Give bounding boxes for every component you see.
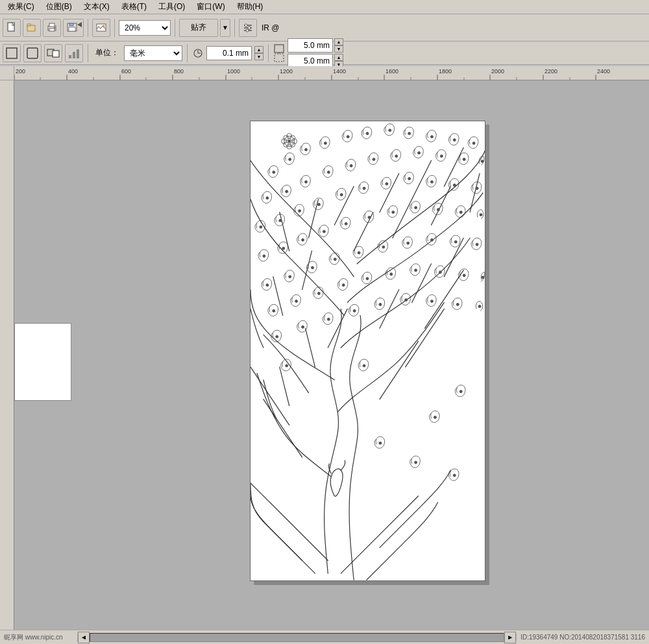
svg-point-152: [478, 305, 481, 307]
svg-point-116: [323, 230, 325, 233]
svg-point-120: [415, 206, 417, 209]
menu-window[interactable]: 窗口(W): [191, 0, 230, 14]
chart-button[interactable]: [65, 44, 83, 62]
svg-point-84: [347, 136, 349, 138]
svg-point-108: [386, 182, 388, 185]
snap-dropdown[interactable]: ▼: [220, 19, 230, 37]
svg-point-12: [103, 25, 105, 27]
menu-table[interactable]: 表格(T): [116, 0, 152, 14]
svg-point-95: [350, 165, 352, 167]
scroll-left-btn[interactable]: ◄: [78, 632, 90, 643]
svg-point-98: [418, 152, 421, 154]
dim1-down[interactable]: ▼: [334, 45, 343, 53]
svg-point-144: [276, 335, 278, 338]
svg-point-16: [245, 24, 247, 27]
save-button[interactable]: [63, 19, 84, 37]
svg-point-111: [453, 184, 456, 186]
svg-point-92: [286, 190, 288, 193]
svg-point-105: [317, 203, 320, 206]
svg-rect-24: [73, 52, 75, 58]
svg-point-113: [263, 255, 265, 257]
scroll-right-btn[interactable]: ►: [504, 632, 516, 643]
svg-point-90: [472, 142, 475, 145]
new-button[interactable]: [3, 19, 21, 37]
svg-point-135: [295, 300, 298, 302]
svg-point-86: [389, 129, 391, 132]
toolbar-sep-2: [114, 19, 115, 37]
step-spinner[interactable]: ▲ ▼: [254, 46, 263, 60]
options-button[interactable]: [239, 19, 257, 37]
step-input[interactable]: [206, 46, 252, 60]
svg-point-104: [299, 209, 301, 212]
svg-rect-30: [275, 54, 284, 62]
menu-help[interactable]: 帮助(H): [232, 0, 269, 14]
step-down[interactable]: ▼: [254, 53, 263, 60]
menu-effect[interactable]: 效果(C): [3, 0, 40, 14]
svg-point-109: [408, 177, 411, 180]
unit-label: 单位：: [93, 47, 121, 58]
svg-text:1000: 1000: [227, 69, 240, 75]
unit-select[interactable]: 毫米 厘米 英寸 像素: [124, 45, 182, 61]
svg-rect-29: [275, 45, 284, 53]
print-button[interactable]: [43, 19, 61, 37]
group-button[interactable]: [44, 44, 62, 62]
image-button[interactable]: [92, 19, 110, 37]
snap-button[interactable]: 贴齐: [179, 19, 218, 37]
svg-point-101: [481, 160, 484, 163]
svg-point-124: [266, 284, 269, 287]
svg-point-156: [415, 461, 417, 464]
svg-text:600: 600: [121, 69, 131, 75]
svg-text:400: 400: [68, 69, 78, 75]
ruler-vertical: [0, 80, 14, 630]
dim1-input[interactable]: [288, 38, 333, 53]
menu-text[interactable]: 文本(X): [79, 0, 115, 14]
svg-rect-4: [49, 23, 55, 27]
svg-point-125: [289, 276, 291, 278]
svg-point-138: [366, 278, 369, 280]
svg-rect-8: [69, 27, 75, 31]
svg-rect-23: [69, 55, 71, 58]
toolbar2-sep-2: [187, 44, 188, 62]
svg-rect-25: [77, 49, 79, 58]
svg-point-149: [405, 298, 408, 301]
svg-point-130: [407, 242, 410, 244]
svg-point-145: [302, 326, 304, 328]
dim1-up[interactable]: ▲: [334, 38, 343, 45]
zoom-select[interactable]: 10% 20% 30% 50% 75% 100% 150% 200%: [119, 20, 171, 36]
svg-point-93: [305, 180, 308, 183]
toolbar2-sep-1: [88, 44, 88, 62]
dim2-up[interactable]: ▲: [334, 54, 343, 61]
page-fragment: [14, 323, 71, 401]
rect-filled-button[interactable]: [23, 44, 42, 62]
canvas-area[interactable]: [14, 80, 649, 630]
svg-point-159: [286, 364, 288, 367]
svg-point-121: [437, 208, 439, 211]
dim-icon: [273, 43, 285, 64]
svg-point-102: [260, 226, 262, 228]
artwork-svg: [251, 121, 485, 580]
dim1-spinner[interactable]: ▲ ▼: [334, 38, 343, 53]
rect-outline-button[interactable]: [3, 44, 21, 62]
svg-point-127: [334, 258, 336, 261]
scrollbar-area: ◄ ►: [78, 632, 516, 643]
svg-point-103: [279, 219, 282, 222]
svg-point-115: [302, 239, 304, 241]
svg-text:1200: 1200: [280, 69, 293, 75]
svg-point-117: [345, 222, 347, 225]
svg-text:1800: 1800: [439, 69, 452, 75]
open-button[interactable]: [23, 19, 41, 37]
svg-text:2200: 2200: [545, 69, 557, 75]
menu-tools[interactable]: 工具(O): [153, 0, 190, 14]
svg-point-18: [246, 29, 249, 32]
drawing-page[interactable]: [250, 121, 485, 581]
step-up[interactable]: ▲: [254, 46, 263, 53]
svg-rect-22: [53, 51, 59, 57]
svg-point-143: [482, 276, 484, 279]
svg-point-88: [430, 136, 433, 138]
menu-bitmap[interactable]: 位图(B): [41, 0, 77, 14]
svg-point-83: [324, 142, 326, 145]
svg-rect-68: [0, 80, 14, 630]
svg-marker-10: [77, 22, 82, 27]
status-bar: 昵享网 www.nipic.cn ◄ ► ID:19364749 NO:2014…: [0, 630, 649, 644]
svg-point-80: [273, 171, 275, 174]
